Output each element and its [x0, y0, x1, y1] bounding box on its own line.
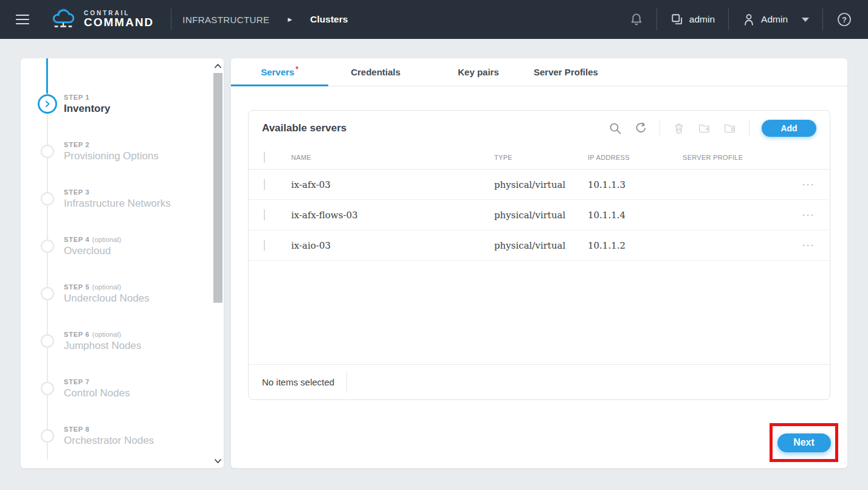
table-row[interactable]: ix-aio-03 physical/virtual 10.1.1.2 ··· — [249, 230, 830, 261]
scrollbar-thumb[interactable] — [213, 73, 222, 303]
column-header-ip[interactable]: IP ADDRESS — [588, 154, 683, 161]
breadcrumb-arrow-icon: ▶ — [288, 16, 292, 22]
select-all-checkbox[interactable] — [264, 151, 265, 163]
wizard-step[interactable]: STEP 4(optional) Overcloud — [21, 223, 212, 270]
scroll-up-button[interactable] — [213, 60, 223, 72]
user-menu[interactable]: Admin — [729, 12, 822, 27]
wizard-step[interactable]: STEP 1 Inventory — [21, 80, 212, 128]
scroll-down-button[interactable] — [213, 455, 223, 467]
topbar-divider — [171, 9, 171, 30]
wizard-step[interactable]: STEP 3 Infrastructure Networks — [21, 175, 212, 223]
user-name: Admin — [761, 14, 788, 25]
step-label: STEP 1 — [64, 94, 212, 101]
step-label: STEP 7 — [64, 378, 212, 385]
step-label: STEP 6(optional) — [64, 331, 212, 338]
wizard-step[interactable]: STEP 6(optional) Jumphost Nodes — [21, 317, 212, 365]
next-button[interactable]: Next — [777, 433, 831, 452]
server-ip: 10.1.1.3 — [588, 179, 683, 190]
wizard-step[interactable]: STEP 2 Provisioning Options — [21, 128, 212, 175]
table-row[interactable]: ix-afx-03 physical/virtual 10.1.1.3 ··· — [249, 170, 830, 200]
column-header-type[interactable]: TYPE — [494, 154, 588, 161]
step-label: STEP 5(optional) — [64, 283, 212, 291]
row-checkbox[interactable] — [264, 240, 265, 251]
row-checkbox[interactable] — [264, 209, 265, 221]
wizard: STEP 1 Inventory STEP 2 Provisioning Opt… — [21, 58, 224, 468]
column-header-profile[interactable]: SERVER PROFILE — [683, 154, 798, 161]
card-toolbar: Add — [608, 120, 816, 137]
selection-status: No items selected — [262, 377, 334, 387]
card-footer: No items selected — [249, 364, 830, 399]
step-title: Provisioning Options — [64, 150, 212, 162]
toolbar-divider — [749, 120, 749, 137]
step-label: STEP 8 — [64, 426, 212, 433]
breadcrumb-page[interactable]: Clusters — [310, 14, 348, 25]
step-title: Overcloud — [64, 245, 212, 257]
wizard-sidebar: STEP 1 Inventory STEP 2 Provisioning Opt… — [21, 58, 224, 468]
bell-icon — [630, 12, 643, 27]
step-title: Jumphost Nodes — [64, 340, 212, 352]
brand-logo[interactable]: CONTRAIL COMMAND — [50, 7, 154, 32]
tab[interactable]: Server Profiles — [534, 58, 598, 86]
wizard-step[interactable]: STEP 8 Orchestrator Nodes — [21, 412, 212, 460]
refresh-button[interactable] — [634, 122, 647, 135]
required-asterisk: * — [295, 65, 298, 74]
topbar-right: admin Admin ? — [616, 0, 868, 39]
step-circle-icon — [41, 382, 54, 395]
chevron-right-icon — [44, 100, 51, 108]
trash-icon — [673, 122, 685, 135]
remove-profile-button[interactable] — [723, 122, 737, 135]
caret-down-icon — [802, 18, 809, 22]
refresh-icon — [634, 122, 647, 135]
folder-add-icon — [698, 122, 711, 135]
step-label: STEP 3 — [64, 188, 212, 196]
table-row[interactable]: ix-afx-flows-03 physical/virtual 10.1.1.… — [249, 200, 830, 230]
folder-remove-icon — [723, 122, 737, 135]
server-type: physical/virtual — [494, 240, 588, 251]
step-circle-icon — [41, 240, 54, 253]
annotation-highlight-box: Next — [770, 423, 838, 462]
brand-name-bottom: COMMAND — [84, 16, 154, 29]
step-circle-icon — [41, 145, 54, 158]
help-button[interactable]: ? — [823, 12, 855, 27]
chevron-up-icon — [214, 63, 222, 69]
tenant-name: admin — [689, 14, 715, 25]
step-label: STEP 4(optional) — [64, 236, 212, 243]
row-menu-button[interactable]: ··· — [802, 210, 830, 220]
assign-profile-button[interactable] — [698, 122, 711, 135]
server-name: ix-afx-flows-03 — [291, 210, 494, 221]
wizard-steps: STEP 1 Inventory STEP 2 Provisioning Opt… — [21, 80, 212, 460]
step-circle-icon — [41, 192, 54, 205]
svg-text:?: ? — [842, 16, 847, 24]
step-circle-icon — [38, 94, 57, 114]
delete-button[interactable] — [672, 122, 686, 135]
breadcrumb-section[interactable]: INFRASTRUCTURE — [182, 15, 269, 25]
tab[interactable]: Credentials — [328, 58, 423, 86]
wizard-step[interactable]: STEP 5(optional) Undercloud Nodes — [21, 270, 212, 317]
tab-bar: Servers * Credentials Key pairs Server P… — [231, 58, 847, 86]
tab[interactable]: Key pairs — [423, 58, 534, 86]
breadcrumb: INFRASTRUCTURE ▶ Clusters — [182, 14, 348, 25]
step-circle-icon — [41, 334, 54, 348]
step-title: Undercloud Nodes — [64, 292, 212, 305]
menu-icon[interactable] — [16, 15, 29, 24]
server-name: ix-afx-03 — [291, 179, 494, 190]
search-button[interactable] — [608, 122, 622, 135]
server-ip: 10.1.1.2 — [588, 240, 683, 251]
notifications-button[interactable] — [616, 12, 656, 27]
card-header: Available servers — [249, 111, 830, 146]
user-icon — [742, 12, 756, 27]
chevron-down-icon — [214, 458, 222, 464]
wizard-step[interactable]: STEP 7 Control Nodes — [21, 365, 212, 412]
tenant-selector[interactable]: admin — [657, 13, 728, 26]
footer-divider — [346, 371, 347, 393]
row-checkbox[interactable] — [264, 179, 265, 190]
row-menu-button[interactable]: ··· — [802, 240, 830, 250]
tab[interactable]: Servers * — [231, 58, 328, 86]
card-title: Available servers — [262, 122, 346, 134]
step-title: Inventory — [64, 103, 212, 115]
column-header-name[interactable]: NAME — [291, 154, 494, 161]
add-button[interactable]: Add — [762, 120, 816, 137]
toolbar-divider — [660, 120, 660, 137]
tenant-icon — [670, 13, 684, 26]
row-menu-button[interactable]: ··· — [802, 179, 830, 190]
